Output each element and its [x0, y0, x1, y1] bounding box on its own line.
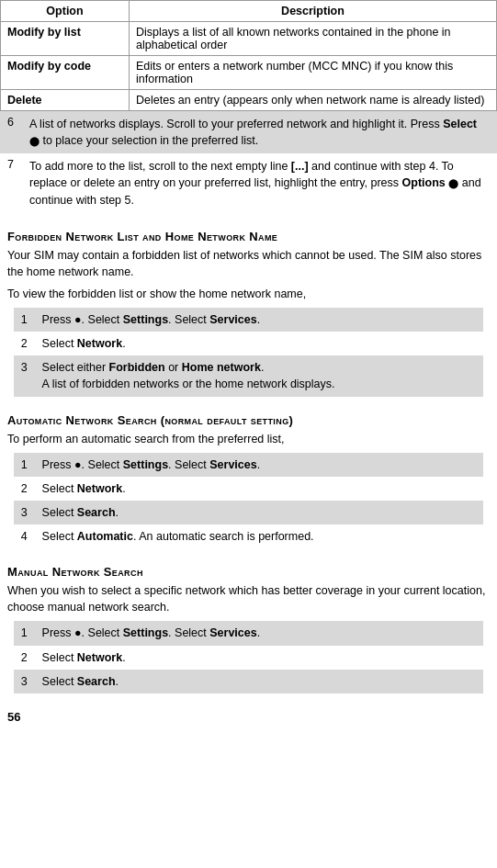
forbidden-subintro: To view the forbidden list or show the h…: [7, 286, 490, 302]
step-text: Select either Forbidden or Home network.…: [35, 355, 484, 396]
step-number: 3: [14, 501, 35, 524]
forbidden-heading: Forbidden Network List and Home Network …: [4, 230, 493, 243]
step-text: Select Automatic. An automatic search is…: [35, 524, 484, 548]
step-text: Select Search.: [35, 501, 484, 524]
steps-after-table: 6A list of networks displays. Scroll to …: [0, 111, 497, 213]
options-table: Option Description Modify by listDisplay…: [0, 0, 497, 111]
table-cell-option: Delete: [1, 90, 130, 111]
step-text: Press ●. Select Settings. Select Service…: [35, 621, 484, 645]
step-number: 3: [14, 670, 35, 693]
step-number: 3: [14, 355, 35, 396]
step-text: Select Search.: [35, 670, 484, 693]
table-header-description: Description: [130, 1, 497, 22]
step-text: Select Network.: [35, 477, 484, 501]
step-text: Press ●. Select Settings. Select Service…: [35, 453, 484, 477]
manual-intro: When you wish to select a specific netwo…: [7, 582, 490, 615]
step-text: To add more to the list, scroll to the n…: [29, 158, 490, 208]
step-number: 1: [14, 453, 35, 477]
automatic-section: Automatic Network Search (normal default…: [4, 413, 493, 549]
automatic-intro: To perform an automatic search from the …: [7, 431, 490, 447]
step-text: A list of networks displays. Scroll to y…: [29, 116, 490, 149]
select-icon: ⬤: [29, 136, 40, 146]
step-row: 7To add more to the list, scroll to the …: [0, 153, 497, 212]
table-cell-description: Deletes an entry (appears only when netw…: [130, 90, 497, 111]
step-number: 2: [14, 646, 35, 670]
step-number: 7: [7, 158, 24, 171]
step-text: Select Network.: [35, 332, 484, 355]
step-number: 2: [14, 477, 35, 501]
table-cell-description: Edits or enters a network number (MCC MN…: [130, 56, 497, 90]
table-cell-description: Displays a list of all known networks co…: [130, 22, 497, 56]
step-number: 1: [14, 308, 35, 332]
forbidden-intro: Your SIM may contain a forbidden list of…: [7, 247, 490, 280]
step-text: Select Network.: [35, 646, 484, 670]
table-header-option: Option: [1, 1, 130, 22]
automatic-steps-table: 1Press ●. Select Settings. Select Servic…: [14, 453, 484, 549]
step-text: Press ●. Select Settings. Select Service…: [35, 308, 484, 332]
forbidden-steps-table: 1Press ●. Select Settings. Select Servic…: [14, 308, 484, 397]
select-icon: ⬤: [448, 178, 458, 188]
step-number: 1: [14, 621, 35, 645]
step-number: 6: [7, 116, 24, 129]
manual-steps-table: 1Press ●. Select Settings. Select Servic…: [14, 621, 484, 693]
step-number: 4: [14, 524, 35, 548]
automatic-heading: Automatic Network Search (normal default…: [4, 413, 493, 427]
manual-heading: Manual Network Search: [4, 565, 493, 579]
table-cell-option: Modify by code: [1, 56, 130, 90]
step-number: 2: [14, 332, 35, 355]
manual-section: Manual Network Search When you wish to s…: [4, 565, 493, 693]
table-cell-option: Modify by list: [1, 22, 130, 56]
step-row: 6A list of networks displays. Scroll to …: [0, 111, 497, 153]
forbidden-section: Forbidden Network List and Home Network …: [4, 230, 493, 397]
page-number: 56: [0, 701, 497, 727]
